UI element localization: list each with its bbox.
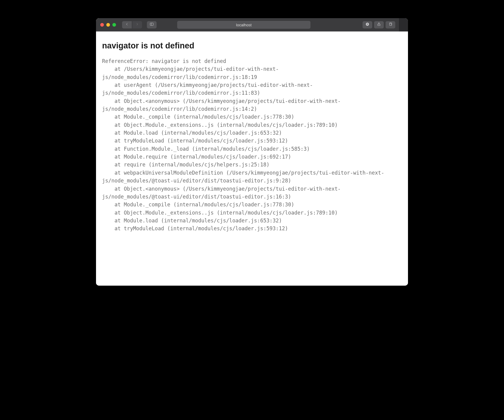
downloads-button[interactable] bbox=[363, 21, 372, 28]
svg-rect-0 bbox=[150, 23, 154, 25]
download-icon bbox=[365, 22, 370, 28]
titlebar: localhost bbox=[96, 18, 408, 31]
chevron-right-icon bbox=[135, 22, 139, 28]
back-button[interactable] bbox=[122, 21, 132, 28]
window-close-button[interactable] bbox=[100, 23, 104, 27]
address-bar[interactable]: localhost bbox=[177, 21, 310, 29]
new-tab-button[interactable] bbox=[399, 18, 408, 31]
sidebar-button[interactable] bbox=[147, 21, 157, 28]
address-text: localhost bbox=[187, 23, 300, 27]
window-maximize-button[interactable] bbox=[112, 23, 116, 27]
tabs-icon bbox=[388, 22, 393, 28]
svg-rect-7 bbox=[390, 23, 392, 25]
error-title: navigator is not defined bbox=[102, 41, 402, 51]
forward-button[interactable] bbox=[132, 21, 142, 28]
nav-buttons bbox=[122, 21, 142, 28]
share-button[interactable] bbox=[374, 21, 384, 28]
share-icon bbox=[377, 22, 381, 28]
window-minimize-button[interactable] bbox=[106, 23, 110, 27]
tabs-button[interactable] bbox=[386, 21, 395, 28]
sidebar-icon bbox=[150, 22, 154, 28]
window-controls bbox=[100, 23, 116, 27]
stack-trace: ReferenceError: navigator is not defined… bbox=[102, 57, 402, 233]
browser-window: localhost navigator is not defined Refer… bbox=[96, 18, 408, 286]
page-content: navigator is not defined ReferenceError:… bbox=[96, 31, 408, 286]
chevron-left-icon bbox=[125, 22, 129, 28]
